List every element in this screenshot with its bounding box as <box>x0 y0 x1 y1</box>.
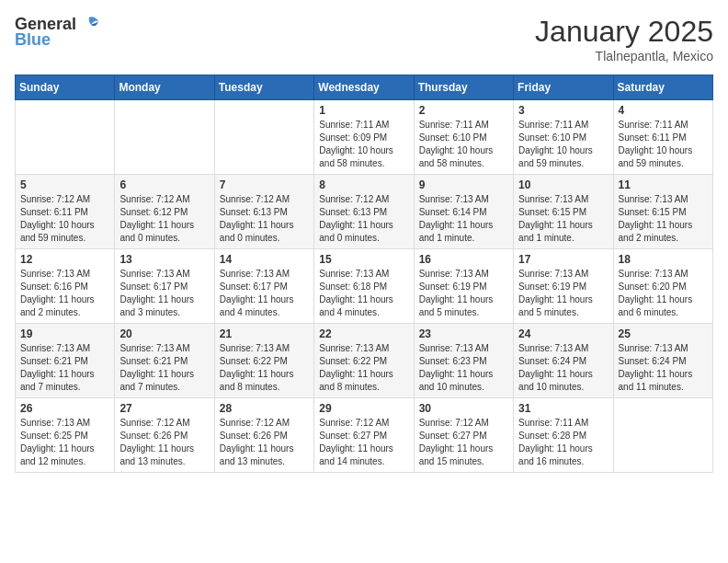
calendar-cell: 25Sunrise: 7:13 AMSunset: 6:24 PMDayligh… <box>613 324 712 398</box>
calendar-cell: 14Sunrise: 7:13 AMSunset: 6:17 PMDayligh… <box>214 249 313 324</box>
day-info: Sunrise: 7:12 AMSunset: 6:13 PMDaylight:… <box>220 193 309 245</box>
calendar-day-header: Thursday <box>414 75 513 100</box>
calendar-week-row: 19Sunrise: 7:13 AMSunset: 6:21 PMDayligh… <box>16 324 713 398</box>
calendar-cell: 20Sunrise: 7:13 AMSunset: 6:21 PMDayligh… <box>115 324 214 398</box>
logo-text-blue: Blue <box>15 30 51 50</box>
calendar-cell <box>115 100 214 175</box>
day-info: Sunrise: 7:11 AMSunset: 6:11 PMDaylight:… <box>619 119 708 170</box>
day-number: 9 <box>419 178 508 191</box>
calendar-cell: 21Sunrise: 7:13 AMSunset: 6:22 PMDayligh… <box>214 324 313 398</box>
day-info: Sunrise: 7:13 AMSunset: 6:24 PMDaylight:… <box>518 342 608 394</box>
day-number: 15 <box>319 253 408 266</box>
calendar-cell: 15Sunrise: 7:13 AMSunset: 6:18 PMDayligh… <box>314 249 414 324</box>
calendar-cell: 2Sunrise: 7:11 AMSunset: 6:10 PMDaylight… <box>414 100 513 175</box>
day-info: Sunrise: 7:11 AMSunset: 6:28 PMDaylight:… <box>518 417 608 468</box>
day-number: 8 <box>319 178 408 191</box>
calendar-cell: 5Sunrise: 7:12 AMSunset: 6:11 PMDaylight… <box>16 175 115 249</box>
calendar-table: SundayMondayTuesdayWednesdayThursdayFrid… <box>15 75 713 473</box>
calendar-cell: 7Sunrise: 7:12 AMSunset: 6:13 PMDaylight… <box>214 175 313 249</box>
calendar-cell: 31Sunrise: 7:11 AMSunset: 6:28 PMDayligh… <box>514 398 613 473</box>
day-info: Sunrise: 7:11 AMSunset: 6:10 PMDaylight:… <box>419 119 508 170</box>
calendar-day-header: Saturday <box>613 75 712 100</box>
calendar-cell: 17Sunrise: 7:13 AMSunset: 6:19 PMDayligh… <box>514 249 613 324</box>
day-info: Sunrise: 7:12 AMSunset: 6:27 PMDaylight:… <box>319 417 408 468</box>
calendar-cell: 6Sunrise: 7:12 AMSunset: 6:12 PMDaylight… <box>115 175 214 249</box>
day-info: Sunrise: 7:13 AMSunset: 6:21 PMDaylight:… <box>20 342 109 394</box>
day-info: Sunrise: 7:12 AMSunset: 6:11 PMDaylight:… <box>20 193 109 245</box>
logo-bird-icon <box>78 16 100 34</box>
calendar-cell: 27Sunrise: 7:12 AMSunset: 6:26 PMDayligh… <box>115 398 214 473</box>
day-number: 13 <box>119 253 209 266</box>
day-number: 14 <box>220 253 309 266</box>
calendar-day-header: Wednesday <box>314 75 414 100</box>
calendar-cell: 4Sunrise: 7:11 AMSunset: 6:11 PMDaylight… <box>613 100 712 175</box>
day-number: 24 <box>518 327 608 340</box>
day-info: Sunrise: 7:13 AMSunset: 6:22 PMDaylight:… <box>319 342 408 394</box>
day-number: 21 <box>220 327 309 340</box>
day-info: Sunrise: 7:13 AMSunset: 6:21 PMDaylight:… <box>119 342 209 394</box>
day-number: 6 <box>119 178 209 191</box>
calendar-header-row: SundayMondayTuesdayWednesdayThursdayFrid… <box>16 75 713 100</box>
day-number: 27 <box>119 402 209 415</box>
day-number: 19 <box>20 327 109 340</box>
calendar-cell: 23Sunrise: 7:13 AMSunset: 6:23 PMDayligh… <box>414 324 513 398</box>
day-number: 1 <box>319 104 408 117</box>
title-block: January 2025 Tlalnepantla, Mexico <box>535 15 713 63</box>
day-number: 23 <box>419 327 508 340</box>
day-number: 31 <box>518 402 608 415</box>
day-info: Sunrise: 7:12 AMSunset: 6:12 PMDaylight:… <box>119 193 209 245</box>
calendar-cell <box>613 398 712 473</box>
day-info: Sunrise: 7:13 AMSunset: 6:23 PMDaylight:… <box>419 342 508 394</box>
day-number: 16 <box>419 253 508 266</box>
location-title: Tlalnepantla, Mexico <box>535 49 713 63</box>
calendar-cell: 29Sunrise: 7:12 AMSunset: 6:27 PMDayligh… <box>314 398 414 473</box>
day-info: Sunrise: 7:13 AMSunset: 6:24 PMDaylight:… <box>619 342 708 394</box>
day-number: 29 <box>319 402 408 415</box>
calendar-cell: 30Sunrise: 7:12 AMSunset: 6:27 PMDayligh… <box>414 398 513 473</box>
day-info: Sunrise: 7:13 AMSunset: 6:20 PMDaylight:… <box>619 268 708 319</box>
day-info: Sunrise: 7:13 AMSunset: 6:18 PMDaylight:… <box>319 268 408 319</box>
calendar-day-header: Sunday <box>16 75 115 100</box>
day-number: 5 <box>20 178 109 191</box>
day-number: 26 <box>20 402 109 415</box>
day-info: Sunrise: 7:13 AMSunset: 6:22 PMDaylight:… <box>220 342 309 394</box>
calendar-week-row: 5Sunrise: 7:12 AMSunset: 6:11 PMDaylight… <box>16 175 713 249</box>
day-number: 2 <box>419 104 508 117</box>
day-number: 28 <box>220 402 309 415</box>
calendar-cell: 28Sunrise: 7:12 AMSunset: 6:26 PMDayligh… <box>214 398 313 473</box>
calendar-day-header: Tuesday <box>214 75 313 100</box>
day-info: Sunrise: 7:13 AMSunset: 6:14 PMDaylight:… <box>419 193 508 245</box>
page-header: General Blue January 2025 Tlalnepantla, … <box>15 15 713 63</box>
day-info: Sunrise: 7:13 AMSunset: 6:16 PMDaylight:… <box>20 268 109 319</box>
day-number: 22 <box>319 327 408 340</box>
day-info: Sunrise: 7:13 AMSunset: 6:19 PMDaylight:… <box>518 268 608 319</box>
calendar-cell: 1Sunrise: 7:11 AMSunset: 6:09 PMDaylight… <box>314 100 414 175</box>
calendar-cell: 19Sunrise: 7:13 AMSunset: 6:21 PMDayligh… <box>16 324 115 398</box>
calendar-cell <box>16 100 115 175</box>
calendar-cell: 22Sunrise: 7:13 AMSunset: 6:22 PMDayligh… <box>314 324 414 398</box>
day-number: 25 <box>619 327 708 340</box>
calendar-cell: 8Sunrise: 7:12 AMSunset: 6:13 PMDaylight… <box>314 175 414 249</box>
calendar-cell: 9Sunrise: 7:13 AMSunset: 6:14 PMDaylight… <box>414 175 513 249</box>
calendar-cell: 24Sunrise: 7:13 AMSunset: 6:24 PMDayligh… <box>514 324 613 398</box>
calendar-cell: 26Sunrise: 7:13 AMSunset: 6:25 PMDayligh… <box>16 398 115 473</box>
day-info: Sunrise: 7:12 AMSunset: 6:13 PMDaylight:… <box>319 193 408 245</box>
day-info: Sunrise: 7:13 AMSunset: 6:25 PMDaylight:… <box>20 417 109 468</box>
calendar-cell: 11Sunrise: 7:13 AMSunset: 6:15 PMDayligh… <box>613 175 712 249</box>
calendar-cell: 18Sunrise: 7:13 AMSunset: 6:20 PMDayligh… <box>613 249 712 324</box>
day-number: 17 <box>518 253 608 266</box>
day-info: Sunrise: 7:13 AMSunset: 6:17 PMDaylight:… <box>119 268 209 319</box>
day-info: Sunrise: 7:13 AMSunset: 6:19 PMDaylight:… <box>419 268 508 319</box>
calendar-cell: 10Sunrise: 7:13 AMSunset: 6:15 PMDayligh… <box>514 175 613 249</box>
calendar-cell: 13Sunrise: 7:13 AMSunset: 6:17 PMDayligh… <box>115 249 214 324</box>
day-info: Sunrise: 7:12 AMSunset: 6:26 PMDaylight:… <box>119 417 209 468</box>
day-info: Sunrise: 7:12 AMSunset: 6:26 PMDaylight:… <box>220 417 309 468</box>
calendar-cell: 12Sunrise: 7:13 AMSunset: 6:16 PMDayligh… <box>16 249 115 324</box>
calendar-day-header: Friday <box>514 75 613 100</box>
calendar-day-header: Monday <box>115 75 214 100</box>
calendar-cell: 3Sunrise: 7:11 AMSunset: 6:10 PMDaylight… <box>514 100 613 175</box>
day-number: 12 <box>20 253 109 266</box>
calendar-cell: 16Sunrise: 7:13 AMSunset: 6:19 PMDayligh… <box>414 249 513 324</box>
day-info: Sunrise: 7:13 AMSunset: 6:17 PMDaylight:… <box>220 268 309 319</box>
day-info: Sunrise: 7:13 AMSunset: 6:15 PMDaylight:… <box>518 193 608 245</box>
